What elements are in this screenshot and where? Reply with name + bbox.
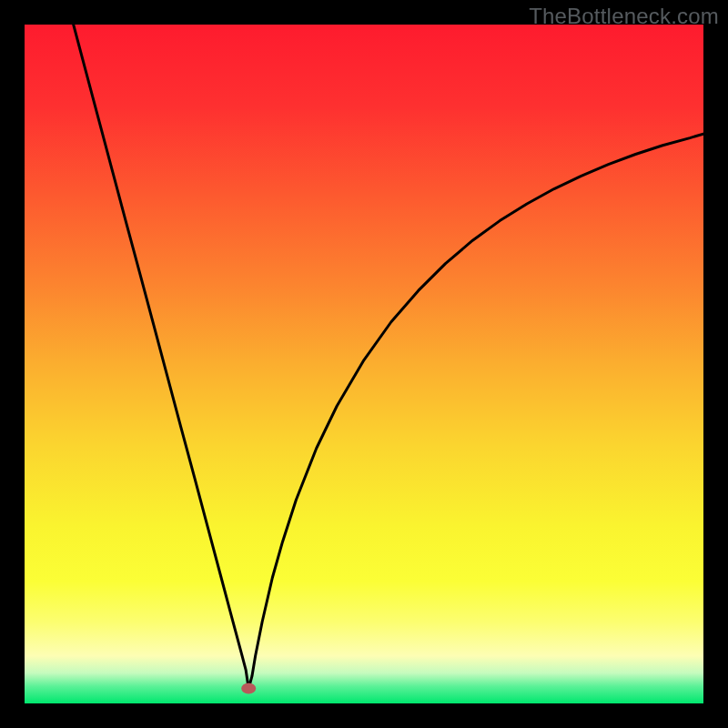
chart-plot-area [25,25,703,703]
watermark-text: TheBottleneck.com [529,4,719,29]
chart-frame: TheBottleneck.com [0,0,728,728]
chart-svg [25,25,703,703]
optimal-point-marker [241,683,256,694]
chart-background [25,25,703,703]
